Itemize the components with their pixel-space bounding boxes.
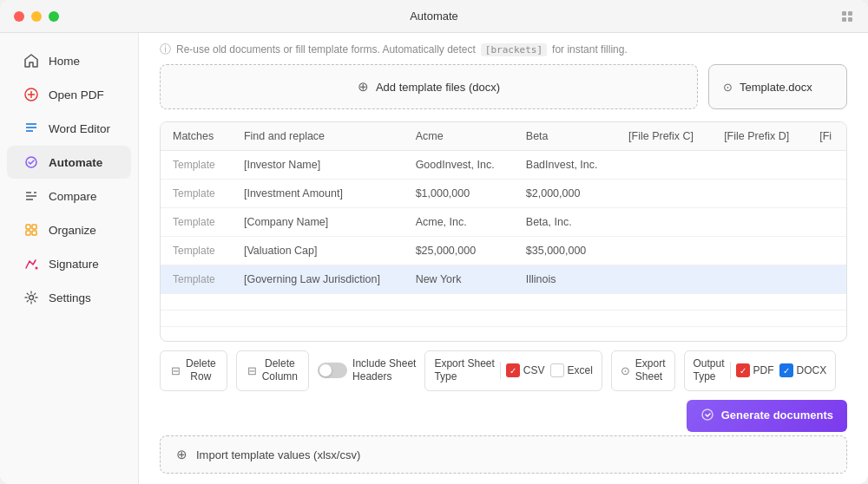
table-cell[interactable] — [161, 311, 232, 327]
titlebar: Automate — [0, 0, 868, 33]
check-icon: ✓ — [510, 366, 516, 376]
table-cell[interactable] — [712, 311, 807, 327]
sidebar-item-signature[interactable]: Signature — [7, 247, 131, 280]
compare-icon — [23, 187, 40, 205]
col-acme: Acme — [404, 122, 514, 151]
table-cell[interactable] — [616, 180, 712, 208]
table-cell[interactable]: $1,000,000 — [404, 180, 514, 208]
table-cell[interactable] — [712, 265, 807, 294]
table-row[interactable]: Template[Company Name]Acme, Inc.Beta, In… — [161, 208, 846, 237]
table-cell[interactable]: [Valuation Cap] — [232, 237, 404, 265]
table-cell[interactable] — [404, 311, 514, 327]
pdf-checkbox[interactable]: ✓ — [736, 363, 750, 377]
table-cell[interactable] — [616, 265, 712, 294]
table-cell[interactable] — [807, 265, 846, 294]
table-cell[interactable]: New York — [404, 265, 514, 294]
table-cell[interactable]: $2,000,000 — [514, 180, 616, 208]
table-cell[interactable]: Template — [161, 180, 232, 208]
generate-documents-button[interactable]: Generate documents — [687, 400, 847, 432]
table-cell[interactable]: [Company Name] — [232, 208, 404, 237]
table-cell[interactable] — [807, 294, 846, 311]
import-icon: ⊕ — [176, 447, 187, 462]
sidebar-item-organize[interactable]: Organize — [7, 213, 131, 246]
table-cell[interactable] — [161, 294, 232, 311]
table-cell[interactable] — [616, 311, 712, 327]
bottom-bar: ⊟ DeleteRow ⊟ DeleteColumn Include Sheet… — [160, 342, 847, 435]
minimize-button[interactable] — [31, 11, 42, 22]
table-cell[interactable]: GoodInvest, Inc. — [404, 151, 514, 180]
maximize-button[interactable] — [49, 11, 59, 22]
table-cell[interactable]: Template — [161, 265, 232, 294]
svg-rect-3 — [848, 17, 852, 22]
delete-row-button[interactable]: ⊟ DeleteRow — [160, 350, 227, 391]
svg-rect-12 — [26, 225, 30, 229]
signature-icon — [23, 255, 40, 272]
table-cell[interactable] — [807, 180, 846, 208]
sidebar-item-label: Word Editor — [49, 122, 110, 135]
sidebar-item-word-editor[interactable]: Word Editor — [7, 112, 131, 145]
table-cell[interactable] — [514, 294, 616, 311]
table-cell[interactable]: [Governing Law Jurisdiction] — [232, 265, 404, 294]
table-cell[interactable] — [404, 294, 514, 311]
table-cell[interactable]: Template — [161, 208, 232, 237]
table-cell[interactable] — [616, 294, 712, 311]
table-cell[interactable]: Beta, Inc. — [514, 208, 616, 237]
table-cell[interactable]: [Investment Amount] — [232, 180, 404, 208]
table-row[interactable]: Template[Valuation Cap]$25,000,000$35,00… — [161, 237, 846, 265]
table-cell[interactable]: Acme, Inc. — [404, 208, 514, 237]
table-cell[interactable] — [712, 151, 807, 180]
sidebar-item-label: Signature — [49, 258, 99, 271]
divider2 — [730, 362, 731, 379]
table-cell[interactable] — [232, 294, 404, 311]
table-row[interactable]: Template[Governing Law Jurisdiction]New … — [161, 265, 846, 294]
table-cell[interactable] — [807, 151, 846, 180]
table-cell[interactable]: Template — [161, 237, 232, 265]
close-button[interactable] — [14, 11, 24, 22]
table-cell[interactable]: [Investor Name] — [232, 151, 404, 180]
col-beta: Beta — [514, 122, 616, 151]
include-sheet-headers-toggle[interactable]: Include SheetHeaders — [318, 357, 416, 384]
sidebar-item-label: Home — [49, 55, 80, 68]
col-find-replace: Find and replace — [232, 122, 404, 151]
table-row[interactable] — [161, 294, 846, 311]
add-template-button[interactable]: ⊕ Add template files (docx) — [160, 64, 698, 109]
table-cell[interactable] — [514, 311, 616, 327]
table-cell[interactable]: BadInvest, Inc. — [514, 151, 616, 180]
sidebar-item-settings[interactable]: Settings — [7, 281, 131, 314]
docx-label: DOCX — [797, 364, 827, 376]
table-cell[interactable] — [616, 208, 712, 237]
file-icon: ⊙ — [723, 81, 733, 94]
table-cell[interactable] — [616, 151, 712, 180]
table-cell[interactable] — [712, 180, 807, 208]
table-row[interactable]: Template[Investor Name]GoodInvest, Inc.B… — [161, 151, 846, 180]
excel-checkbox[interactable] — [550, 363, 564, 377]
info-bar: ⓘ Re-use old documents or fill template … — [160, 33, 847, 64]
table-cell[interactable] — [616, 237, 712, 265]
svg-rect-14 — [26, 231, 30, 235]
window-icon — [840, 10, 854, 23]
sidebar-item-open-pdf[interactable]: Open PDF — [7, 78, 131, 111]
table-cell[interactable]: Illinois — [514, 265, 616, 294]
sidebar-item-compare[interactable]: Compare — [7, 180, 131, 213]
import-template-button[interactable]: ⊕ Import template values (xlsx/csv) — [160, 435, 847, 474]
table-cell[interactable] — [807, 237, 846, 265]
docx-checkbox[interactable]: ✓ — [779, 363, 793, 377]
table-cell[interactable]: $25,000,000 — [404, 237, 514, 265]
export-sheet-button[interactable]: ⊙ ExportSheet — [611, 350, 675, 391]
sidebar-item-home[interactable]: Home — [7, 44, 131, 77]
sidebar-item-automate[interactable]: Automate — [7, 146, 131, 179]
table-cell[interactable] — [712, 294, 807, 311]
table-cell[interactable] — [807, 208, 846, 237]
table-row[interactable] — [161, 311, 846, 327]
delete-column-button[interactable]: ⊟ DeleteColumn — [236, 350, 309, 391]
table-cell[interactable]: Template — [161, 151, 232, 180]
toggle-switch-control[interactable] — [318, 363, 347, 378]
table-cell[interactable] — [232, 311, 404, 327]
template-file-button[interactable]: ⊙ Template.docx — [708, 64, 847, 109]
table-row[interactable]: Template[Investment Amount]$1,000,000$2,… — [161, 180, 846, 208]
table-cell[interactable] — [712, 208, 807, 237]
csv-checkbox[interactable]: ✓ — [506, 363, 520, 377]
table-cell[interactable] — [712, 237, 807, 265]
table-cell[interactable] — [807, 311, 846, 327]
table-cell[interactable]: $35,000,000 — [514, 237, 616, 265]
